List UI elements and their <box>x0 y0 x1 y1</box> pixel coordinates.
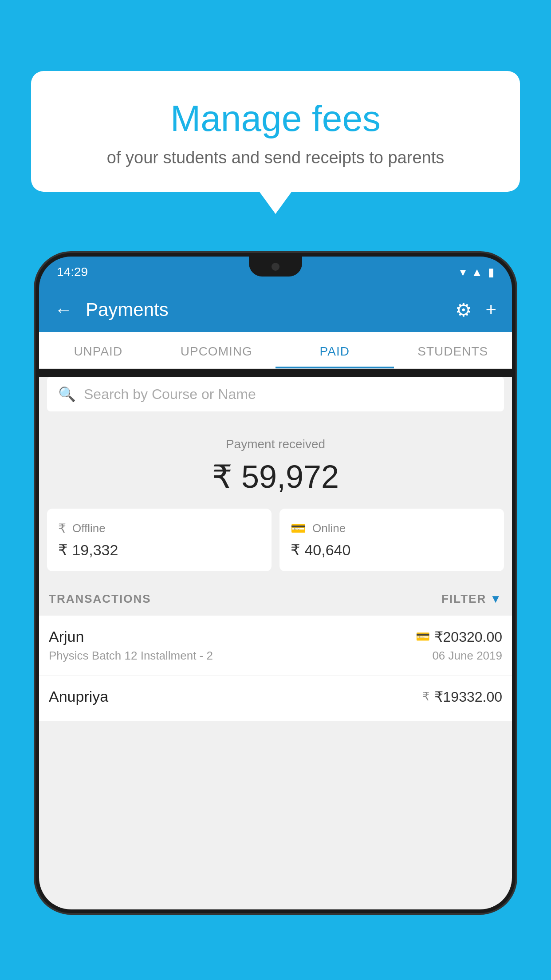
app-header: ← Payments ⚙ + <box>39 288 512 332</box>
battery-icon: ▮ <box>488 265 494 279</box>
bubble-title: Manage fees <box>53 98 498 139</box>
payment-summary: Payment received ₹ 59,972 <box>39 419 512 509</box>
search-bar[interactable]: 🔍 Search by Course or Name <box>47 377 504 411</box>
phone-wrapper: 14:29 ▾ ▲ ▮ ← Payments ⚙ + UNPAID <box>35 253 516 980</box>
transaction-name-1: Arjun <box>49 628 84 645</box>
notch <box>249 257 302 277</box>
add-icon[interactable]: + <box>485 299 496 320</box>
filter-button[interactable]: FILTER ▼ <box>441 592 502 606</box>
transaction-amount-1: ₹20320.00 <box>434 628 502 645</box>
tab-students[interactable]: STUDENTS <box>394 332 512 368</box>
signal-icon: ▲ <box>471 265 483 279</box>
payment-received-label: Payment received <box>39 437 512 451</box>
status-bar: 14:29 ▾ ▲ ▮ <box>39 257 512 288</box>
speech-bubble: Manage fees of your students and send re… <box>31 71 520 192</box>
settings-icon[interactable]: ⚙ <box>455 299 472 321</box>
header-title: Payments <box>86 299 442 320</box>
offline-amount: ₹ 19,332 <box>58 541 260 559</box>
table-row[interactable]: Anupriya ₹ ₹19332.00 <box>39 676 512 722</box>
tab-unpaid[interactable]: UNPAID <box>39 332 157 368</box>
transaction-name-2: Anupriya <box>49 688 108 705</box>
transaction-amount-2: ₹19332.00 <box>434 688 502 705</box>
back-button[interactable]: ← <box>55 300 72 320</box>
tabs-bar: UNPAID UPCOMING PAID STUDENTS <box>39 332 512 369</box>
online-icon: 💳 <box>291 521 306 536</box>
camera-dot <box>272 263 279 271</box>
search-icon: 🔍 <box>58 386 76 403</box>
offline-card: ₹ Offline ₹ 19,332 <box>47 509 272 571</box>
transactions-label: TRANSACTIONS <box>49 592 151 606</box>
offline-card-header: ₹ Offline <box>58 521 260 536</box>
header-icons: ⚙ + <box>455 299 496 321</box>
online-amount: ₹ 40,640 <box>291 541 493 559</box>
transaction-bottom-row1: Physics Batch 12 Installment - 2 06 June… <box>49 649 502 663</box>
offline-label: Offline <box>72 522 106 535</box>
payment-total-amount: ₹ 59,972 <box>39 458 512 495</box>
tab-upcoming[interactable]: UPCOMING <box>157 332 276 368</box>
transaction-amount-wrap-2: ₹ ₹19332.00 <box>422 688 502 705</box>
search-placeholder: Search by Course or Name <box>84 386 256 403</box>
transactions-header: TRANSACTIONS FILTER ▼ <box>39 582 512 616</box>
transaction-course-1: Physics Batch 12 Installment - 2 <box>49 649 213 663</box>
table-row[interactable]: Arjun 💳 ₹20320.00 Physics Batch 12 Insta… <box>39 616 512 676</box>
phone-content: 🔍 Search by Course or Name Payment recei… <box>39 377 512 909</box>
online-label: Online <box>312 522 346 535</box>
online-card-header: 💳 Online <box>291 521 493 536</box>
transaction-cash-icon-2: ₹ <box>422 690 430 703</box>
offline-icon: ₹ <box>58 521 66 536</box>
transaction-date-1: 06 June 2019 <box>432 649 502 663</box>
transaction-top-row2: Anupriya ₹ ₹19332.00 <box>49 688 502 705</box>
transaction-amount-wrap-1: 💳 ₹20320.00 <box>416 628 502 645</box>
transaction-top-row1: Arjun 💳 ₹20320.00 <box>49 628 502 645</box>
status-time: 14:29 <box>57 265 88 279</box>
transaction-card-icon-1: 💳 <box>416 630 430 644</box>
phone: 14:29 ▾ ▲ ▮ ← Payments ⚙ + UNPAID <box>35 253 516 913</box>
volume-button <box>35 368 37 403</box>
online-card: 💳 Online ₹ 40,640 <box>279 509 504 571</box>
bubble-subtitle: of your students and send receipts to pa… <box>53 148 498 167</box>
filter-label: FILTER <box>441 592 486 606</box>
payment-cards: ₹ Offline ₹ 19,332 💳 Online ₹ 40,640 <box>39 509 512 582</box>
wifi-icon: ▾ <box>460 265 466 279</box>
power-button <box>514 345 516 399</box>
status-icons: ▾ ▲ ▮ <box>460 265 494 279</box>
tab-paid[interactable]: PAID <box>276 332 394 368</box>
filter-icon: ▼ <box>490 592 502 606</box>
